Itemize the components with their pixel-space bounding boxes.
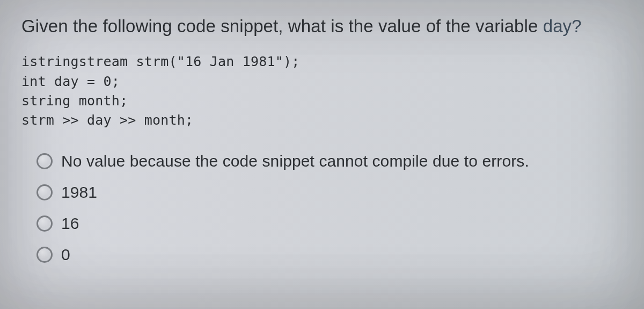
question-text: Given the following code snippet, what i… bbox=[21, 15, 623, 37]
radio-icon[interactable] bbox=[36, 184, 53, 200]
radio-icon[interactable] bbox=[36, 247, 53, 263]
option-row[interactable]: 1981 bbox=[36, 183, 623, 202]
option-row[interactable]: No value because the code snippet cannot… bbox=[36, 152, 623, 171]
question-prefix: Given the following code snippet, what i… bbox=[21, 16, 543, 36]
radio-icon[interactable] bbox=[36, 153, 53, 169]
answer-options: No value because the code snippet cannot… bbox=[21, 152, 623, 264]
code-snippet: istringstream strm("16 Jan 1981"); int d… bbox=[21, 52, 623, 130]
option-row[interactable]: 0 bbox=[36, 245, 623, 264]
option-label: 0 bbox=[61, 245, 70, 264]
radio-icon[interactable] bbox=[36, 215, 53, 232]
option-label: No value because the code snippet cannot… bbox=[61, 152, 529, 171]
option-row[interactable]: 16 bbox=[36, 214, 623, 233]
option-label: 1981 bbox=[61, 183, 97, 202]
option-label: 16 bbox=[61, 214, 79, 233]
question-variable: day? bbox=[543, 16, 582, 36]
